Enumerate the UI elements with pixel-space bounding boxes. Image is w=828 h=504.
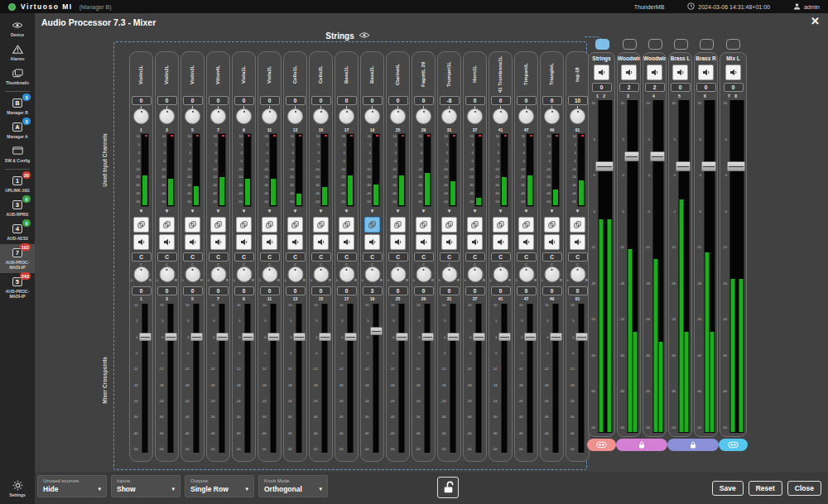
gain-value[interactable]: 0: [337, 96, 357, 105]
mute-button[interactable]: [594, 65, 609, 80]
output-gain-value[interactable]: 0: [724, 83, 744, 92]
knob-dial[interactable]: [159, 108, 175, 124]
knob-dial[interactable]: [364, 108, 380, 124]
mute-button[interactable]: [493, 234, 508, 250]
sync-button[interactable]: [262, 217, 277, 233]
knob-dial[interactable]: [313, 108, 329, 124]
pan-dial[interactable]: [441, 266, 457, 282]
pan-dial[interactable]: [159, 266, 175, 282]
unlock-button[interactable]: [437, 477, 459, 498]
pan-dial[interactable]: [364, 266, 380, 282]
fader-handle[interactable]: [165, 333, 177, 341]
fader-track[interactable]: [396, 302, 408, 454]
sync-button[interactable]: [339, 217, 354, 233]
mute-button[interactable]: [725, 65, 741, 80]
pan-dial[interactable]: [313, 266, 329, 282]
gain-knob[interactable]: [185, 106, 200, 127]
crosspoint-gain-value[interactable]: 0: [440, 286, 460, 295]
group-header[interactable]: Strings: [273, 31, 422, 41]
fader-handle[interactable]: [650, 151, 665, 161]
mute-button[interactable]: [390, 234, 406, 250]
crosspoint-gain-value[interactable]: 0: [517, 286, 537, 295]
output-group-lock-pill[interactable]: [616, 439, 667, 451]
gain-value[interactable]: 0: [286, 96, 306, 105]
fader-track[interactable]: [242, 302, 254, 454]
fader-track[interactable]: [344, 302, 357, 454]
output-gain-value[interactable]: 0: [671, 83, 691, 92]
crosspoint-fader[interactable]: 1050-5-12-18-24-30-40-50: [183, 302, 203, 454]
pan-knob[interactable]: C L R: [387, 262, 409, 284]
gain-knob[interactable]: [313, 106, 329, 127]
knob-dial[interactable]: [441, 108, 457, 124]
crosspoint-fader[interactable]: 1050-5-12-18-24-30-40-50: [132, 302, 152, 454]
pan-dial[interactable]: [570, 266, 585, 282]
sync-button[interactable]: [236, 217, 252, 233]
chevron-down-icon[interactable]: ▼: [165, 209, 170, 215]
knob-dial[interactable]: [185, 108, 200, 124]
mute-button[interactable]: [210, 234, 226, 250]
chevron-down-icon[interactable]: ▼: [524, 209, 529, 215]
fader-track[interactable]: [473, 302, 485, 454]
crosspoint-fader[interactable]: 1050-5-12-18-24-30-40-50: [491, 302, 511, 454]
knob-dial[interactable]: [570, 108, 585, 124]
mute-button[interactable]: [698, 65, 714, 80]
output-group-lock-pill[interactable]: [667, 439, 719, 451]
fader-handle[interactable]: [421, 333, 434, 341]
knob-dial[interactable]: [544, 108, 560, 124]
gain-value[interactable]: 0: [414, 96, 434, 105]
chevron-down-icon[interactable]: ▼: [575, 209, 580, 215]
sidebar-item-manager-b[interactable]: 3B Manager B: [0, 94, 35, 118]
chevron-down-icon[interactable]: ▼: [498, 209, 503, 215]
output-tab-brass-r-4[interactable]: [700, 39, 714, 50]
crosspoint-gain-value[interactable]: 0: [568, 286, 588, 295]
crosspoint-fader[interactable]: 1050-5-12-18-24-30-40-50: [388, 302, 408, 454]
gain-knob[interactable]: [133, 106, 149, 127]
knob-dial[interactable]: [339, 108, 354, 124]
crosspoint-fader[interactable]: 1050-5-12-18-24-30-40-50: [542, 302, 562, 454]
fader-handle[interactable]: [344, 333, 357, 341]
sidebar-item-settings[interactable]: Settings: [0, 477, 35, 501]
pan-knob[interactable]: C L R: [130, 262, 152, 284]
sync-button[interactable]: [493, 217, 508, 233]
crosspoint-fader[interactable]: 1050-5-12-18-24-30-40-50: [337, 302, 357, 454]
knob-dial[interactable]: [390, 108, 406, 124]
fader-track[interactable]: [447, 302, 460, 454]
crosspoint-gain-value[interactable]: 0: [491, 286, 511, 295]
knob-dial[interactable]: [518, 108, 534, 124]
chevron-down-icon[interactable]: ▼: [139, 209, 144, 215]
gain-value[interactable]: 0: [517, 96, 537, 105]
sync-button[interactable]: [441, 217, 457, 233]
crosspoint-fader[interactable]: 1050-5-12-18-24-30-40-50: [209, 302, 229, 454]
chevron-down-icon[interactable]: ▼: [267, 209, 272, 215]
pan-knob[interactable]: C L R: [361, 262, 383, 284]
crosspoint-fader[interactable]: 1050-5-12-18-24-30-40-50: [260, 302, 280, 454]
pan-dial[interactable]: [493, 266, 508, 282]
sync-button[interactable]: [518, 217, 534, 233]
crosspoint-gain-value[interactable]: 0: [157, 286, 177, 295]
output-tab-woodwin-1[interactable]: [623, 39, 637, 50]
pan-dial[interactable]: [262, 266, 277, 282]
fader-track[interactable]: [216, 302, 229, 454]
mute-button[interactable]: [672, 65, 688, 80]
crosspoint-gain-value[interactable]: 0: [260, 286, 280, 295]
sidebar-item-uplink-10g[interactable]: 201 UPLINK-10G: [0, 172, 35, 196]
pan-knob[interactable]: C L R: [284, 262, 306, 284]
pan-dial[interactable]: [339, 266, 354, 282]
gain-value[interactable]: 0: [491, 96, 511, 105]
mute-button[interactable]: [570, 234, 585, 250]
mute-button[interactable]: [364, 234, 380, 250]
sync-button[interactable]: [287, 217, 303, 233]
pan-dial[interactable]: [544, 266, 560, 282]
mute-button[interactable]: [287, 234, 303, 250]
fader-track[interactable]: [550, 302, 562, 454]
gain-knob[interactable]: [441, 106, 457, 127]
crosspoint-fader[interactable]: 1050-5-12-18-24-30-40-50: [157, 302, 177, 454]
chevron-down-icon[interactable]: ▼: [421, 209, 426, 215]
chevron-down-icon[interactable]: ▼: [293, 209, 298, 215]
crosspoint-fader[interactable]: 1050-5-12-18-24-30-40-50: [465, 302, 485, 454]
pan-dial[interactable]: [518, 266, 534, 282]
fader-handle[interactable]: [701, 161, 716, 171]
mute-button[interactable]: [441, 234, 457, 250]
fader-handle[interactable]: [370, 327, 383, 335]
sync-button[interactable]: [390, 217, 406, 233]
